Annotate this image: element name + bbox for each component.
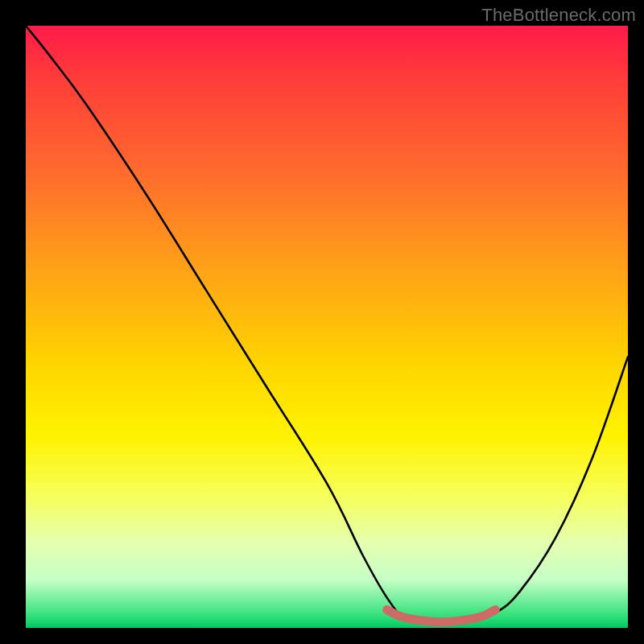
chart-frame: TheBottleneck.com <box>0 0 644 644</box>
valley-marker <box>387 610 496 622</box>
chart-svg <box>26 26 628 628</box>
bottleneck-curve <box>26 26 628 622</box>
watermark-text: TheBottleneck.com <box>481 5 636 26</box>
plot-area <box>26 26 628 628</box>
